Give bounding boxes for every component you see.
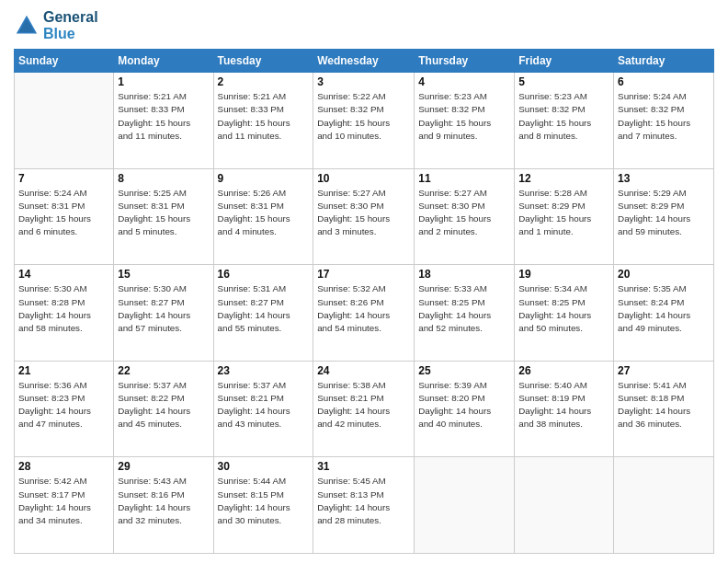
day-info: Sunrise: 5:35 AMSunset: 8:24 PMDaylight:… [618,282,710,335]
calendar-cell: 31Sunrise: 5:45 AMSunset: 8:13 PMDayligh… [313,457,415,554]
day-number: 11 [418,172,510,185]
day-number: 13 [618,172,710,185]
day-info: Sunrise: 5:23 AMSunset: 8:32 PMDaylight:… [418,90,510,143]
day-number: 12 [518,172,609,185]
calendar-cell: 12Sunrise: 5:28 AMSunset: 8:29 PMDayligh… [515,168,614,265]
day-number: 25 [418,364,510,377]
day-info: Sunrise: 5:25 AMSunset: 8:31 PMDaylight:… [118,187,209,239]
calendar-cell: 13Sunrise: 5:29 AMSunset: 8:29 PMDayligh… [614,168,714,265]
day-info: Sunrise: 5:45 AMSunset: 8:13 PMDaylight:… [317,475,410,527]
calendar-cell: 17Sunrise: 5:32 AMSunset: 8:26 PMDayligh… [313,265,415,362]
logo-text: General Blue [43,9,98,41]
day-info: Sunrise: 5:27 AMSunset: 8:30 PMDaylight:… [317,187,410,239]
calendar-cell: 8Sunrise: 5:25 AMSunset: 8:31 PMDaylight… [114,168,213,265]
calendar-cell [415,457,515,554]
weekday-monday: Monday [114,50,213,73]
calendar-cell: 4Sunrise: 5:23 AMSunset: 8:32 PMDaylight… [415,73,515,169]
day-number: 6 [618,75,710,88]
day-info: Sunrise: 5:21 AMSunset: 8:33 PMDaylight:… [218,90,310,143]
day-info: Sunrise: 5:40 AMSunset: 8:19 PMDaylight:… [518,379,609,431]
day-number: 4 [418,75,510,88]
day-number: 28 [18,460,109,473]
calendar-cell: 20Sunrise: 5:35 AMSunset: 8:24 PMDayligh… [614,265,714,362]
day-number: 29 [118,460,209,473]
calendar-cell: 10Sunrise: 5:27 AMSunset: 8:30 PMDayligh… [313,168,415,265]
calendar-cell: 7Sunrise: 5:24 AMSunset: 8:31 PMDaylight… [15,168,114,265]
week-row-2: 7Sunrise: 5:24 AMSunset: 8:31 PMDaylight… [15,168,714,265]
day-info: Sunrise: 5:27 AMSunset: 8:30 PMDaylight:… [418,187,510,239]
calendar-cell: 25Sunrise: 5:39 AMSunset: 8:20 PMDayligh… [415,361,515,457]
calendar-cell [15,73,114,169]
calendar-cell: 16Sunrise: 5:31 AMSunset: 8:27 PMDayligh… [213,265,313,362]
day-info: Sunrise: 5:38 AMSunset: 8:21 PMDaylight:… [317,379,410,431]
weekday-sunday: Sunday [15,50,114,73]
page: General Blue SundayMondayTuesdayWednesda… [0,0,728,563]
weekday-friday: Friday [515,50,614,73]
calendar-cell: 21Sunrise: 5:36 AMSunset: 8:23 PMDayligh… [15,361,114,457]
day-info: Sunrise: 5:32 AMSunset: 8:26 PMDaylight:… [317,282,410,335]
day-number: 22 [118,364,209,377]
day-number: 5 [518,75,609,88]
calendar-cell: 14Sunrise: 5:30 AMSunset: 8:28 PMDayligh… [15,265,114,362]
day-info: Sunrise: 5:41 AMSunset: 8:18 PMDaylight:… [618,379,710,431]
day-number: 2 [218,75,310,88]
weekday-header-row: SundayMondayTuesdayWednesdayThursdayFrid… [15,50,714,73]
day-number: 30 [218,460,310,473]
day-info: Sunrise: 5:43 AMSunset: 8:16 PMDaylight:… [118,475,209,527]
day-number: 10 [317,172,410,185]
weekday-wednesday: Wednesday [313,50,415,73]
day-number: 21 [18,364,109,377]
calendar-cell [515,457,614,554]
day-number: 17 [317,268,410,281]
day-number: 19 [518,268,609,281]
calendar-cell: 15Sunrise: 5:30 AMSunset: 8:27 PMDayligh… [114,265,213,362]
calendar-cell: 30Sunrise: 5:44 AMSunset: 8:15 PMDayligh… [213,457,313,554]
day-number: 14 [18,268,109,281]
day-info: Sunrise: 5:37 AMSunset: 8:22 PMDaylight:… [118,379,209,431]
weekday-tuesday: Tuesday [213,50,313,73]
day-info: Sunrise: 5:42 AMSunset: 8:17 PMDaylight:… [18,475,109,527]
weekday-saturday: Saturday [614,50,714,73]
calendar-cell: 26Sunrise: 5:40 AMSunset: 8:19 PMDayligh… [515,361,614,457]
header: General Blue [14,9,714,41]
day-number: 20 [618,268,710,281]
day-info: Sunrise: 5:34 AMSunset: 8:25 PMDaylight:… [518,282,609,335]
day-info: Sunrise: 5:30 AMSunset: 8:27 PMDaylight:… [118,282,209,335]
calendar-cell: 5Sunrise: 5:23 AMSunset: 8:32 PMDaylight… [515,73,614,169]
calendar-cell: 9Sunrise: 5:26 AMSunset: 8:31 PMDaylight… [213,168,313,265]
calendar-cell: 3Sunrise: 5:22 AMSunset: 8:32 PMDaylight… [313,73,415,169]
week-row-3: 14Sunrise: 5:30 AMSunset: 8:28 PMDayligh… [15,265,714,362]
calendar-cell: 19Sunrise: 5:34 AMSunset: 8:25 PMDayligh… [515,265,614,362]
calendar-cell: 23Sunrise: 5:37 AMSunset: 8:21 PMDayligh… [213,361,313,457]
calendar-cell: 29Sunrise: 5:43 AMSunset: 8:16 PMDayligh… [114,457,213,554]
calendar-cell: 6Sunrise: 5:24 AMSunset: 8:32 PMDaylight… [614,73,714,169]
calendar-table: SundayMondayTuesdayWednesdayThursdayFrid… [14,49,714,554]
day-number: 15 [118,268,209,281]
day-number: 31 [317,460,410,473]
day-number: 24 [317,364,410,377]
day-info: Sunrise: 5:24 AMSunset: 8:31 PMDaylight:… [18,187,109,239]
logo: General Blue [14,9,98,41]
logo-icon [14,13,40,39]
day-info: Sunrise: 5:24 AMSunset: 8:32 PMDaylight:… [618,90,710,143]
day-info: Sunrise: 5:39 AMSunset: 8:20 PMDaylight:… [418,379,510,431]
week-row-4: 21Sunrise: 5:36 AMSunset: 8:23 PMDayligh… [15,361,714,457]
calendar-cell: 28Sunrise: 5:42 AMSunset: 8:17 PMDayligh… [15,457,114,554]
day-number: 3 [317,75,410,88]
day-info: Sunrise: 5:36 AMSunset: 8:23 PMDaylight:… [18,379,109,431]
day-info: Sunrise: 5:29 AMSunset: 8:29 PMDaylight:… [618,187,710,239]
day-number: 27 [618,364,710,377]
calendar-cell: 1Sunrise: 5:21 AMSunset: 8:33 PMDaylight… [114,73,213,169]
day-number: 23 [218,364,310,377]
day-number: 9 [218,172,310,185]
week-row-5: 28Sunrise: 5:42 AMSunset: 8:17 PMDayligh… [15,457,714,554]
calendar-cell: 27Sunrise: 5:41 AMSunset: 8:18 PMDayligh… [614,361,714,457]
calendar-cell [614,457,714,554]
day-number: 8 [118,172,209,185]
day-number: 16 [218,268,310,281]
day-info: Sunrise: 5:26 AMSunset: 8:31 PMDaylight:… [218,187,310,239]
day-info: Sunrise: 5:44 AMSunset: 8:15 PMDaylight:… [218,475,310,527]
calendar-cell: 11Sunrise: 5:27 AMSunset: 8:30 PMDayligh… [415,168,515,265]
day-number: 1 [118,75,209,88]
day-info: Sunrise: 5:31 AMSunset: 8:27 PMDaylight:… [218,282,310,335]
